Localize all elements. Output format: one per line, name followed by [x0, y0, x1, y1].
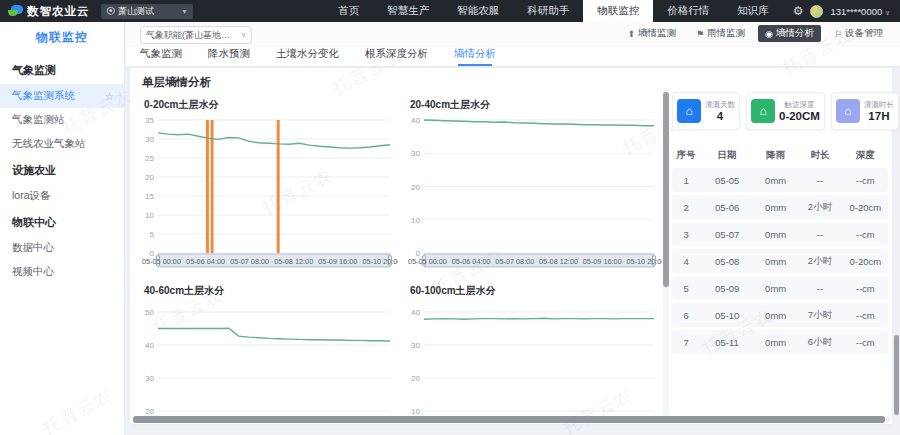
device-select[interactable]: 气象职能(萧山基地研发用勿动) ∨ [140, 26, 252, 44]
nav-item[interactable]: 价格行情 [653, 0, 723, 22]
svg-text:20: 20 [145, 173, 154, 182]
table-cell: 0mm [754, 283, 797, 294]
svg-text:20: 20 [145, 407, 154, 414]
action-button[interactable]: ⚐设备管理 [827, 25, 890, 42]
sidebar-item[interactable]: 气象监测系统☆ [0, 84, 124, 108]
sidebar-item[interactable]: 无线农业气象站 [0, 132, 124, 156]
panel-title: 单层墒情分析 [142, 75, 211, 90]
table-row: 105-050mm----cm [672, 168, 888, 192]
line-chart-svg: 10203040 [402, 298, 662, 414]
tab-item[interactable]: 墒情分析 [454, 47, 496, 66]
nav-item[interactable]: 智能农服 [443, 0, 513, 22]
chevron-down-icon: ▼ [181, 8, 188, 15]
sidebar-sections: 气象监测气象监测系统☆气象监测站无线农业气象站设施农业lora设备物联中心数据中… [0, 56, 124, 284]
svg-text:05-05 00:00: 05-05 00:00 [408, 257, 447, 266]
sidebar-item[interactable]: lora设备 [0, 184, 124, 208]
nav-item[interactable]: 物联监控 [583, 0, 653, 22]
stat-icon: ⌂ [751, 99, 775, 123]
svg-text:40: 40 [145, 341, 154, 350]
tab-item[interactable]: 降水预测 [208, 47, 250, 66]
svg-text:20: 20 [411, 183, 420, 192]
table-header-cell: 降雨 [754, 149, 797, 162]
nav-item[interactable]: 科研助手 [513, 0, 583, 22]
svg-text:30: 30 [411, 341, 420, 350]
table-cell: 0mm [754, 175, 797, 186]
toolbar: 气象职能(萧山基地研发用勿动) ∨ ⬆墒情监测⚑雨情监测◉墒情分析⚐设备管理 [126, 22, 900, 47]
stat-icon: ⌂ [836, 99, 860, 123]
charts-vertical-scrollbar[interactable] [663, 88, 669, 416]
table-cell: 6小时 [797, 336, 842, 349]
sidebar-item[interactable]: 视频中心 [0, 260, 124, 284]
topbar-right: ⚙ 131****0000 ∨ [783, 4, 900, 18]
page-vertical-scrollbar[interactable] [894, 22, 899, 435]
stat-value: 17H [864, 110, 894, 122]
nav-item[interactable]: 知识库 [723, 0, 783, 22]
table-row: 205-060mm2小时0-20cm [672, 195, 888, 219]
app-root: 数智农业云 ⦿ 萧山测试 ▼ 首页智慧生产智能农服科研助手物联监控价格行情知识库… [0, 0, 900, 435]
tab-item[interactable]: 气象监测 [140, 47, 182, 66]
tab-item[interactable]: 根系深度分析 [365, 47, 428, 66]
svg-text:30: 30 [145, 135, 154, 144]
action-button[interactable]: ⚑雨情监测 [689, 25, 752, 42]
sidebar-section-header: 设施农业 [0, 156, 124, 184]
table-cell: 05-08 [700, 256, 754, 267]
table-cell: 05-05 [700, 175, 754, 186]
stat-text: 灌溉时长17H [864, 100, 894, 122]
table-cell: 3 [672, 229, 700, 240]
svg-text:05-07 08:00: 05-07 08:00 [495, 257, 534, 266]
nav-item[interactable]: 首页 [324, 0, 373, 22]
table-cell: 05-06 [700, 202, 754, 213]
nav-item[interactable]: 智慧生产 [373, 0, 443, 22]
top-nav: 首页智慧生产智能农服科研助手物联监控价格行情知识库 [324, 0, 783, 22]
stat-label: 灌溉时长 [864, 100, 894, 110]
scrollbar-thumb[interactable] [133, 416, 885, 423]
chart-title: 40-60cm土层水分 [136, 280, 398, 298]
table-header: 序号日期降雨时长深度 [672, 146, 888, 168]
analysis-icon: ◉ [765, 29, 773, 39]
charts-horizontal-scrollbar[interactable] [132, 416, 890, 423]
action-label: 墒情分析 [776, 27, 814, 40]
scrollbar-thumb[interactable] [894, 335, 899, 415]
action-button[interactable]: ⬆墒情监测 [620, 25, 683, 42]
gear-icon[interactable]: ⚙ [793, 4, 804, 18]
sidebar-section-header: 物联中心 [0, 208, 124, 236]
user-menu[interactable]: 131****0000 ∨ [830, 6, 890, 17]
scrollbar-thumb[interactable] [663, 92, 669, 287]
table-cell: --cm [843, 283, 888, 294]
sidebar-title: 物联监控 [0, 22, 124, 56]
flag-icon: ⚑ [696, 29, 704, 39]
sidebar-item[interactable]: 数据中心 [0, 236, 124, 260]
stat-label: 灌溉天数 [705, 100, 735, 110]
table-body: 105-050mm----cm205-060mm2小时0-20cm305-070… [672, 168, 888, 354]
location-select[interactable]: ⦿ 萧山测试 ▼ [101, 4, 193, 19]
table-cell: 0-20cm [843, 202, 888, 213]
line-chart-svg: 20304050 [136, 298, 398, 414]
table-header-cell: 日期 [700, 149, 754, 162]
tab-item[interactable]: 土壤水分变化 [276, 47, 339, 66]
sidebar-section-header: 气象监测 [0, 56, 124, 84]
table-cell: 0mm [754, 229, 797, 240]
svg-text:50: 50 [145, 308, 154, 317]
table-cell: -- [797, 229, 842, 240]
star-icon[interactable]: ☆ [105, 91, 114, 102]
svg-text:05-10 20:00: 05-10 20:00 [626, 257, 662, 266]
table-row: 705-110mm6小时--cm [672, 330, 888, 354]
svg-text:05-06 04:00: 05-06 04:00 [452, 257, 491, 266]
sidebar-item[interactable]: 气象监测站 [0, 108, 124, 132]
chart-60-100cm: 60-100cm土层水分10203040 [402, 280, 662, 414]
device-icon: ⚐ [834, 29, 842, 39]
table-header-cell: 序号 [672, 149, 700, 162]
table-cell: 2小时 [797, 255, 842, 268]
stat-card: ⌂触达深度0-20CM [746, 92, 825, 130]
chart-title: 60-100cm土层水分 [402, 280, 662, 298]
svg-text:40: 40 [411, 116, 420, 125]
table-cell: --cm [843, 175, 888, 186]
table-cell: 0mm [754, 202, 797, 213]
svg-text:30: 30 [411, 149, 420, 158]
table-row: 305-070mm----cm [672, 222, 888, 246]
app-title: 数智农业云 [27, 4, 90, 19]
action-button[interactable]: ◉墒情分析 [758, 25, 821, 42]
avatar[interactable] [810, 5, 823, 18]
svg-text:10: 10 [145, 211, 154, 220]
chart-title: 20-40cm土层水分 [402, 94, 662, 112]
